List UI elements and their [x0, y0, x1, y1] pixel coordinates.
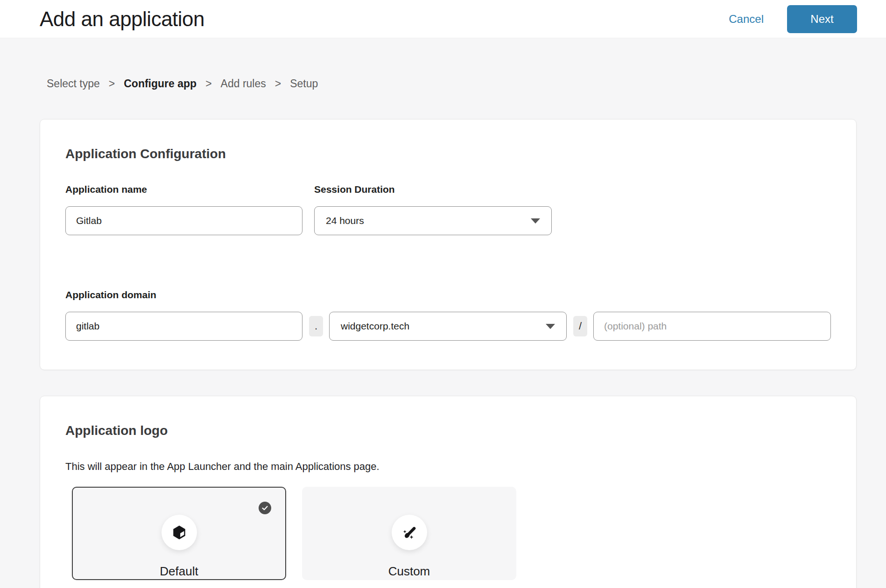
selected-check-badge [259, 502, 271, 514]
application-name-field: Application name [65, 184, 302, 235]
logo-option-default[interactable]: Default [72, 487, 286, 580]
logo-options-row: Default Custom [72, 487, 831, 580]
chevron-down-icon [531, 218, 540, 224]
dot-separator: . [309, 316, 323, 336]
application-configuration-card: Application Configuration Application na… [40, 119, 857, 370]
path-input[interactable] [593, 312, 831, 341]
slash-separator: / [573, 316, 587, 336]
page-title: Add an application [40, 7, 204, 31]
subdomain-input[interactable] [65, 312, 302, 341]
breadcrumb-item-add-rules[interactable]: Add rules [221, 77, 266, 90]
session-duration-select[interactable]: 24 hours [314, 206, 552, 235]
next-button[interactable]: Next [787, 5, 857, 33]
default-logo-circle [162, 515, 197, 550]
breadcrumb: Select type > Configure app > Add rules … [47, 77, 886, 90]
breadcrumb-separator: > [109, 77, 115, 90]
top-header: Add an application Cancel Next [0, 0, 886, 38]
application-domain-label: Application domain [65, 289, 831, 301]
session-duration-field: Session Duration 24 hours [314, 184, 552, 235]
session-duration-value: 24 hours [326, 215, 364, 226]
header-actions: Cancel Next [729, 5, 857, 33]
logo-option-label: Custom [303, 564, 515, 579]
breadcrumb-item-configure-app[interactable]: Configure app [124, 77, 197, 90]
domain-select[interactable]: widgetcorp.tech [329, 312, 567, 341]
application-configuration-heading: Application Configuration [65, 147, 831, 161]
application-domain-row: . widgetcorp.tech / [65, 312, 831, 341]
breadcrumb-item-select-type[interactable]: Select type [47, 77, 100, 90]
cancel-button[interactable]: Cancel [729, 13, 764, 26]
cube-icon [171, 525, 187, 540]
check-icon [261, 504, 269, 512]
logo-option-custom[interactable]: Custom [302, 487, 516, 580]
chevron-down-icon [546, 324, 555, 329]
domain-select-value: widgetcorp.tech [341, 321, 409, 332]
application-logo-description: This will appear in the App Launcher and… [65, 461, 831, 473]
session-duration-label: Session Duration [314, 184, 552, 195]
application-logo-heading: Application logo [65, 423, 831, 438]
breadcrumb-separator: > [205, 77, 211, 90]
logo-option-label: Default [73, 564, 285, 579]
custom-logo-circle [392, 515, 427, 550]
name-session-row: Application name Session Duration 24 hou… [65, 184, 831, 235]
application-name-input[interactable] [65, 206, 302, 235]
application-name-label: Application name [65, 184, 302, 195]
breadcrumb-item-setup[interactable]: Setup [290, 77, 318, 90]
breadcrumb-separator: > [275, 77, 281, 90]
paintbrush-icon [401, 525, 417, 540]
application-logo-card: Application logo This will appear in the… [40, 396, 857, 588]
